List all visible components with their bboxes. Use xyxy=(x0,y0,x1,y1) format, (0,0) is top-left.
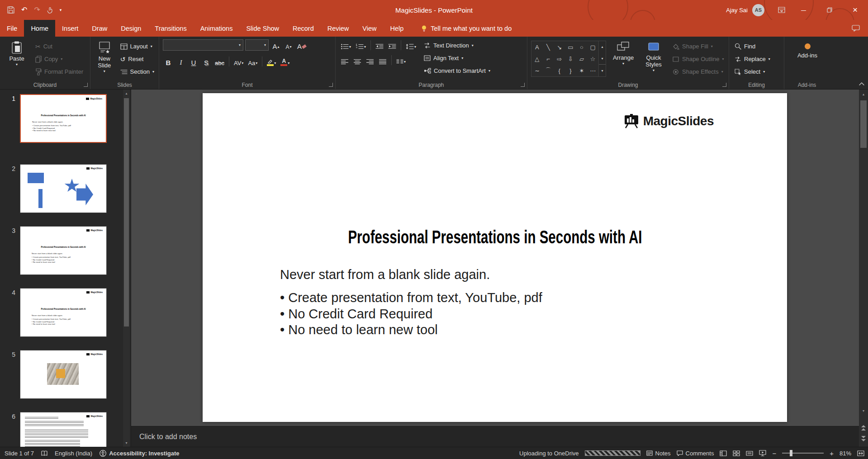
thumbnail-preview[interactable]: MagicSlides Professional Presentations i… xyxy=(20,94,107,143)
scrollbar-thumb[interactable] xyxy=(124,98,129,327)
thumbnail-preview[interactable]: MagicSlides xyxy=(20,164,107,213)
shape-star-filled-icon[interactable]: ✶ xyxy=(576,65,588,76)
collapse-ribbon-button[interactable] xyxy=(859,79,864,87)
comments-button[interactable] xyxy=(844,20,868,37)
tell-me-search[interactable]: Tell me what you want to do xyxy=(421,20,512,37)
touch-mouse-mode-button[interactable] xyxy=(47,7,53,14)
zoom-slider-handle[interactable] xyxy=(790,450,792,456)
tab-draw[interactable]: Draw xyxy=(85,20,114,37)
slide-body-textbox[interactable]: Never start from a blank slide again. • … xyxy=(280,267,542,338)
fit-slide-to-window-button[interactable] xyxy=(857,450,864,456)
slide-canvas[interactable]: MagicSlides Professional Presentations i… xyxy=(203,93,787,422)
language-button[interactable]: English (India) xyxy=(55,450,92,457)
notes-toggle-button[interactable]: Notes xyxy=(646,450,671,457)
thumbnail-slide-2[interactable]: 2 MagicSlides xyxy=(0,164,121,215)
ribbon-display-options-button[interactable] xyxy=(773,0,791,20)
shape-line-icon[interactable]: ╲ xyxy=(543,41,554,53)
find-button[interactable]: Find xyxy=(733,41,781,52)
layout-button[interactable]: Layout ▾ xyxy=(119,41,156,52)
more-shapes-icon[interactable]: ⋯ xyxy=(587,65,598,76)
save-button[interactable] xyxy=(7,6,14,14)
thumbnail-slide-1[interactable]: 1 MagicSlides Professional Presentations… xyxy=(0,94,121,145)
tab-record[interactable]: Record xyxy=(286,20,321,37)
font-size-combobox[interactable]: ▾ xyxy=(245,39,269,51)
change-case-button[interactable]: Aa▾ xyxy=(247,56,259,67)
line-spacing-button[interactable]: ▾ xyxy=(404,40,417,51)
scroll-up-icon[interactable]: ▴ xyxy=(859,90,868,99)
zoom-in-button[interactable]: + xyxy=(830,450,834,457)
brace-right-icon[interactable]: } xyxy=(565,65,576,76)
notes-placeholder[interactable]: Click to add notes xyxy=(139,433,197,441)
tab-view[interactable]: View xyxy=(356,20,383,37)
gallery-scroll-down[interactable]: ▾ xyxy=(599,53,606,65)
previous-slide-button[interactable] xyxy=(859,425,868,431)
tab-design[interactable]: Design xyxy=(114,20,148,37)
slide-logo[interactable]: MagicSlides xyxy=(623,114,714,128)
zoom-level[interactable]: 81% xyxy=(840,450,851,457)
gallery-more-button[interactable]: ▾ xyxy=(599,64,606,76)
thumbnail-preview[interactable]: MagicSlides xyxy=(20,350,107,399)
vertical-scrollbar[interactable]: ▴ ▾ xyxy=(859,90,868,447)
thumbnail-slide-4[interactable]: 4 MagicSlides Professional Presentations… xyxy=(0,288,121,339)
user-avatar[interactable]: AS xyxy=(752,4,764,16)
increase-font-size-button[interactable]: A▴ xyxy=(270,40,281,51)
align-text-button[interactable]: Align Text ▾ xyxy=(422,52,492,64)
highlight-color-button[interactable]: ▾ xyxy=(266,56,277,67)
user-name[interactable]: Ajay Sai xyxy=(726,7,748,14)
tab-transitions[interactable]: Transitions xyxy=(148,20,193,37)
restore-button[interactable] xyxy=(816,0,842,20)
tab-help[interactable]: Help xyxy=(383,20,410,37)
scroll-up-icon[interactable]: ▴ xyxy=(123,90,130,97)
spellcheck-button[interactable] xyxy=(41,450,47,456)
italic-button[interactable]: I xyxy=(175,56,186,67)
tab-review[interactable]: Review xyxy=(321,20,356,37)
shape-rectangle-icon[interactable]: ▭ xyxy=(565,41,576,53)
increase-indent-button[interactable] xyxy=(387,40,398,51)
replace-button[interactable]: Replace ▾ xyxy=(733,53,781,65)
shape-scribble-icon[interactable]: ∼ xyxy=(531,65,543,76)
shape-parallelogram-icon[interactable]: ▱ xyxy=(576,53,588,65)
thumbnail-panel-scrollbar[interactable]: ▴ ▾ xyxy=(123,90,130,447)
thumbnail-slide-6[interactable]: 6 MagicSlides xyxy=(0,412,121,447)
cut-button[interactable]: ✂ Cut xyxy=(33,41,85,52)
convert-to-smartart-button[interactable]: Convert to SmartArt ▾ xyxy=(422,65,492,76)
comments-toggle-button[interactable]: Comments xyxy=(677,450,714,457)
brace-left-icon[interactable]: { xyxy=(554,65,565,76)
thumbnail-slide-5[interactable]: 5 MagicSlides xyxy=(0,350,121,401)
shape-right-arrow-icon[interactable]: ⇨ xyxy=(554,53,565,65)
strikethrough-button[interactable]: abc xyxy=(213,56,226,67)
tab-slide-show[interactable]: Slide Show xyxy=(239,20,286,37)
format-painter-button[interactable]: Format Painter xyxy=(33,66,85,77)
new-slide-button[interactable]: New Slide ▾ xyxy=(94,39,115,81)
tab-home[interactable]: Home xyxy=(24,20,55,37)
zoom-out-button[interactable]: − xyxy=(772,450,776,457)
shape-elbow-connector-icon[interactable]: ⌐ xyxy=(543,53,554,65)
customize-quick-access-button[interactable]: ▾ xyxy=(60,8,62,12)
tab-animations[interactable]: Animations xyxy=(194,20,240,37)
shape-triangle-icon[interactable]: △ xyxy=(531,53,543,65)
shape-effects-button[interactable]: Shape Effects ▾ xyxy=(670,66,726,77)
add-ins-button[interactable]: Add-ins xyxy=(789,39,825,59)
shape-star-icon[interactable]: ☆ xyxy=(587,53,598,65)
decrease-indent-button[interactable] xyxy=(374,40,385,51)
clear-formatting-button[interactable]: A xyxy=(296,40,308,51)
notes-pane[interactable]: Click to add notes xyxy=(131,426,859,447)
shape-down-arrow-icon[interactable]: ⇩ xyxy=(565,53,576,65)
slide-title-textbox[interactable]: Professional Presentations in Seconds wi… xyxy=(203,227,787,248)
shape-arc-icon[interactable]: ⌒ xyxy=(543,65,554,76)
section-button[interactable]: Section ▾ xyxy=(119,66,156,77)
paste-button[interactable]: Paste ▾ xyxy=(4,39,30,81)
gallery-scroll-up[interactable]: ▴ xyxy=(599,41,606,53)
normal-view-button[interactable] xyxy=(720,450,727,456)
shape-textbox-icon[interactable]: A xyxy=(531,41,543,53)
select-button[interactable]: Select ▾ xyxy=(733,66,781,77)
scroll-down-icon[interactable]: ▾ xyxy=(859,406,868,415)
align-center-button[interactable] xyxy=(352,55,363,66)
undo-button[interactable]: ↶ xyxy=(21,6,27,14)
character-spacing-button[interactable]: AV▾ xyxy=(232,56,245,67)
next-slide-button[interactable] xyxy=(859,436,868,441)
accessibility-button[interactable]: Accessibility: Investigate xyxy=(100,450,179,457)
reading-view-button[interactable] xyxy=(746,450,753,456)
reset-button[interactable]: ↺ Reset xyxy=(119,53,156,65)
shape-arrow-icon[interactable]: ↘ xyxy=(554,41,565,53)
